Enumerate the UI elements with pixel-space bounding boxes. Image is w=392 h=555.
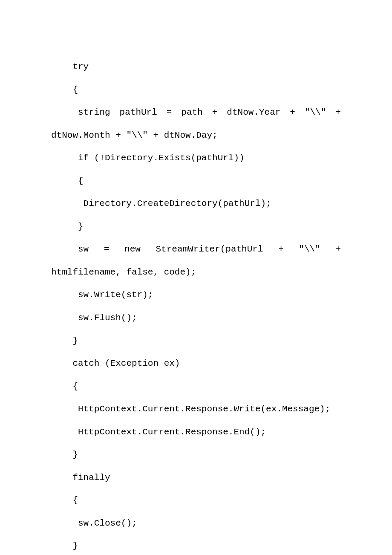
code-line: } (51, 330, 341, 353)
code-line: htmlfilename, false, code); (51, 261, 341, 284)
code-line: { (51, 78, 341, 101)
code-token: sw (51, 238, 89, 261)
code-line: { (51, 489, 341, 512)
code-line: if (!Directory.Exists(pathUrl)) (51, 147, 341, 170)
code-line: { (51, 375, 341, 398)
code-line: HttpContext.Current.Response.End(); (51, 421, 341, 444)
code-line: sw.Close(); (51, 512, 341, 535)
code-token: + (290, 101, 295, 124)
code-line: sw.Write(str); (51, 283, 341, 306)
code-token: dtNow.Year (227, 101, 280, 124)
code-line: Directory.CreateDirectory(pathUrl); (51, 192, 341, 215)
document-page: try { stringpathUrl=path+dtNow.Year+"\\"… (0, 0, 392, 555)
code-line: finally (51, 466, 341, 489)
code-token: string (51, 101, 110, 124)
code-token: + (335, 238, 341, 261)
code-line: stringpathUrl=path+dtNow.Year+"\\"+ (51, 101, 341, 124)
code-token: path (181, 101, 202, 124)
code-line: } (51, 215, 341, 238)
code-token: pathUrl (120, 101, 157, 124)
code-token: "\\" (299, 238, 320, 261)
code-line: dtNow.Month + "\\" + dtNow.Day; (51, 124, 341, 147)
code-line: sw=newStreamWriter(pathUrl+"\\"+ (51, 238, 341, 261)
code-line: HttpContext.Current.Response.Write(ex.Me… (51, 398, 341, 421)
code-line: catch (Exception ex) (51, 352, 341, 375)
code-token: + (335, 101, 341, 124)
code-token: = (104, 238, 110, 261)
code-token: + (212, 101, 218, 124)
code-token: new (124, 238, 141, 261)
code-token: StreamWriter(pathUrl (156, 238, 263, 261)
code-line: sw.Flush(); (51, 306, 341, 330)
code-line: } (51, 535, 341, 555)
code-line: { (51, 170, 341, 193)
code-line: } (51, 443, 341, 466)
code-token: = (167, 101, 172, 124)
code-line: try (51, 55, 341, 78)
code-token: "\\" (305, 101, 326, 124)
code-token: + (278, 238, 284, 261)
